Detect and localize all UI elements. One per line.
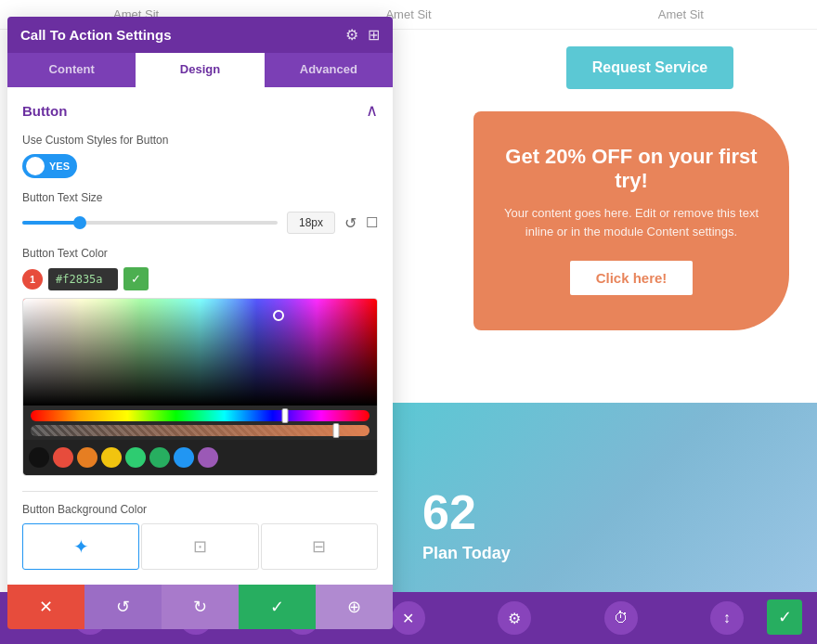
tab-advanced[interactable]: Advanced bbox=[265, 53, 393, 87]
panel-tabs: Content Design Advanced bbox=[7, 53, 393, 87]
cta-orange-section: Get 20% OFF on your first try! Your cont… bbox=[473, 111, 789, 330]
bg-image-option[interactable]: ⊡ bbox=[141, 523, 258, 570]
color-picker[interactable] bbox=[22, 298, 378, 476]
step-indicator: 1 bbox=[22, 269, 43, 290]
swatch-red[interactable] bbox=[53, 447, 73, 468]
section-collapse-icon[interactable]: ∧ bbox=[366, 100, 378, 121]
undo-button[interactable]: ↺ bbox=[84, 585, 162, 629]
bg-color-options: ✦ ⊡ ⊟ bbox=[22, 523, 378, 570]
picker-sliders bbox=[23, 406, 377, 440]
section-header: Button ∧ bbox=[22, 100, 378, 121]
divider bbox=[22, 491, 378, 492]
black-overlay bbox=[23, 299, 377, 406]
text-color-label: Button Text Color bbox=[22, 247, 378, 260]
alpha-slider-fill bbox=[31, 425, 370, 436]
alpha-slider-thumb bbox=[332, 423, 339, 438]
slider-value: 18px bbox=[287, 212, 335, 234]
cancel-button[interactable]: ✕ bbox=[7, 585, 84, 629]
request-service-button[interactable]: Request Service bbox=[566, 46, 733, 89]
float-sort-button[interactable]: ↕ bbox=[710, 601, 744, 635]
hue-slider-thumb bbox=[281, 408, 288, 423]
float-settings-button[interactable]: ⚙ bbox=[498, 601, 531, 635]
swatch-green-light[interactable] bbox=[125, 447, 146, 468]
close-icon[interactable]: ⊞ bbox=[368, 26, 380, 44]
float-close-button[interactable]: ✕ bbox=[392, 601, 425, 635]
hex-input[interactable] bbox=[48, 268, 118, 290]
image-icon: ⊡ bbox=[193, 536, 207, 557]
swatch-purple[interactable] bbox=[198, 447, 218, 468]
settings-icon[interactable]: ⚙ bbox=[345, 26, 358, 44]
gradient-icon: ⊟ bbox=[312, 536, 326, 557]
hue-slider-track bbox=[31, 410, 370, 421]
custom-styles-label: Use Custom Styles for Button bbox=[22, 134, 378, 147]
custom-styles-toggle[interactable]: YES bbox=[22, 154, 77, 178]
bg-color-label: Button Background Color bbox=[22, 503, 378, 516]
panel-header: Call To Action Settings ⚙ ⊞ bbox=[7, 17, 393, 53]
swatch-orange[interactable] bbox=[77, 447, 97, 468]
tab-design[interactable]: Design bbox=[136, 53, 264, 87]
swatch-black[interactable] bbox=[29, 447, 49, 468]
slider-track[interactable] bbox=[22, 221, 278, 225]
toggle-circle bbox=[26, 157, 45, 175]
panel-body: Button ∧ Use Custom Styles for Button YE… bbox=[7, 87, 393, 629]
cta-click-button[interactable]: Click here! bbox=[568, 259, 695, 297]
swatch-green[interactable] bbox=[149, 447, 170, 468]
alpha-slider[interactable] bbox=[31, 425, 370, 436]
section-title: Button bbox=[22, 103, 67, 119]
hex-confirm-button[interactable]: ✓ bbox=[123, 267, 149, 290]
blue-section-number: 62 bbox=[422, 484, 476, 540]
bg-color-picker-option[interactable]: ✦ bbox=[22, 523, 139, 570]
slider-reset-icon[interactable]: ↺ bbox=[344, 214, 357, 232]
panel: Call To Action Settings ⚙ ⊞ Content Desi… bbox=[7, 17, 393, 629]
float-clock-button[interactable]: ⏱ bbox=[604, 601, 638, 635]
redo-button[interactable]: ↻ bbox=[162, 585, 239, 629]
text-size-label: Button Text Size bbox=[22, 191, 378, 204]
top-text-3: Amet Sit bbox=[658, 7, 704, 21]
float-check-button[interactable]: ✓ bbox=[767, 599, 802, 635]
bottom-toolbar: ✕ ↺ ↻ ✓ ⊕ bbox=[7, 585, 393, 629]
color-swatches bbox=[23, 440, 377, 475]
toggle-label: YES bbox=[49, 161, 70, 172]
confirm-button[interactable]: ✓ bbox=[239, 585, 316, 629]
cta-body: Your content goes here. Edit or remove t… bbox=[499, 204, 763, 240]
color-hex-row: 1 ✓ bbox=[22, 267, 378, 290]
tab-content[interactable]: Content bbox=[7, 53, 136, 87]
more-button[interactable]: ⊕ bbox=[316, 585, 393, 629]
blue-section-text: Plan Today bbox=[422, 544, 511, 563]
slider-fill bbox=[22, 221, 79, 225]
slider-device-icon[interactable]: ☐ bbox=[366, 214, 378, 231]
bg-gradient-option[interactable]: ⊟ bbox=[261, 523, 378, 570]
text-size-slider-row: 18px ↺ ☐ bbox=[22, 212, 378, 234]
picker-cursor bbox=[273, 310, 284, 321]
panel-header-icons: ⚙ ⊞ bbox=[345, 26, 380, 44]
swatch-blue[interactable] bbox=[174, 447, 194, 468]
swatch-yellow[interactable] bbox=[101, 447, 122, 468]
eyedropper-icon: ✦ bbox=[73, 535, 89, 558]
hue-slider[interactable] bbox=[31, 410, 370, 421]
panel-title: Call To Action Settings bbox=[20, 27, 172, 43]
slider-thumb[interactable] bbox=[73, 216, 86, 229]
cta-title: Get 20% OFF on your first try! bbox=[499, 145, 763, 193]
